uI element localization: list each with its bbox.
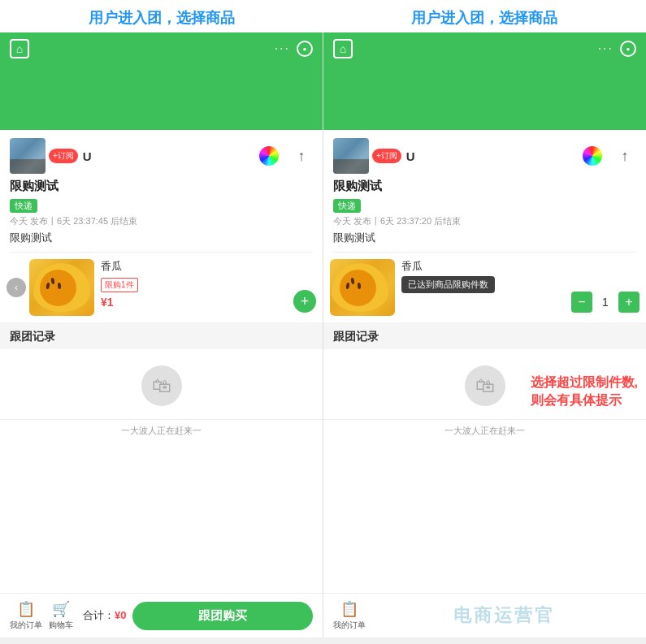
home-icon-right[interactable]: [333, 39, 353, 58]
status-bar-left: ···: [0, 32, 323, 65]
subscribe-btn-right[interactable]: +订阅: [372, 149, 401, 163]
phone-left: ··· +订阅 U ↑: [0, 32, 323, 638]
hero-banner-right: [323, 65, 646, 130]
add-btn-left[interactable]: +: [293, 290, 316, 313]
phone-right: ··· +订阅 U ↑: [323, 32, 646, 638]
order-label-right: 我的订单: [333, 620, 366, 631]
product-image-left: [29, 259, 94, 316]
limit-badge-left: 限购1件: [101, 278, 138, 292]
shop-desc-right: 限购测试: [323, 231, 646, 252]
subscribe-btn-left[interactable]: +订阅: [49, 149, 78, 163]
limit-tooltip-right: 已达到商品限购件数: [401, 276, 495, 293]
total-text-left: 合计：¥0: [83, 608, 126, 623]
group-records-left: 🛍: [0, 349, 323, 414]
product-info-left: 香瓜 限购1件 ¥1: [101, 259, 293, 309]
product-info-right: 香瓜 已达到商品限购件数: [401, 259, 571, 296]
wave-text-right: 一大波人正在赶来一: [323, 419, 646, 442]
user-actions-left: ↑: [258, 145, 313, 167]
qty-plus-btn-right[interactable]: +: [618, 292, 639, 313]
order-icon-item-right[interactable]: 📋 我的订单: [333, 600, 366, 631]
group-records-label-left: 跟团记录: [0, 322, 323, 349]
status-bar-right: ···: [323, 32, 646, 65]
avatar-right: [333, 138, 369, 174]
status-dots-right: ···: [598, 41, 613, 56]
shop-tag-left: 快递: [10, 199, 37, 213]
qty-controls-right: − 1 +: [571, 292, 639, 313]
annotation-text: 选择超过限制件数, 则会有具体提示: [531, 374, 638, 410]
share-icon-right[interactable]: ↑: [613, 145, 636, 167]
user-section-right: +订阅 U ↑: [323, 130, 646, 179]
product-card-right: 香瓜 已达到商品限购件数: [330, 259, 571, 316]
status-dots-left: ···: [275, 41, 290, 56]
avatar-left: [10, 138, 46, 174]
cart-label-left: 购物车: [49, 620, 73, 631]
status-circle-left: [297, 41, 313, 57]
user-name-left: U: [83, 149, 92, 163]
bag-icon-right: 🛍: [465, 365, 505, 406]
share-icon-left[interactable]: ↑: [290, 145, 313, 167]
product-section-right: 香瓜 已达到商品限购件数 − 1 +: [323, 253, 646, 322]
cart-icon-item-left[interactable]: 🛒 购物车: [49, 600, 73, 631]
order-icon-item-left[interactable]: 📋 我的订单: [10, 600, 42, 631]
qty-value-right: 1: [599, 296, 612, 309]
color-wheel-icon-right[interactable]: [581, 145, 604, 167]
bottom-bar-left: 📋 我的订单 🛒 购物车 合计：¥0 跟团购买: [0, 593, 323, 638]
product-name-left: 香瓜: [101, 259, 293, 274]
watermark: 电商运营官: [453, 603, 555, 628]
product-image-right: [330, 259, 395, 316]
cart-icon-left: 🛒: [52, 600, 70, 618]
bottom-bar-right: 📋 我的订单 电商运营官: [323, 593, 646, 638]
hero-banner-left: [0, 65, 323, 130]
user-name-right: U: [406, 149, 415, 163]
prev-btn-left[interactable]: ‹: [7, 278, 26, 297]
order-icon-left: 📋: [17, 600, 35, 618]
status-circle-right: [620, 41, 636, 57]
group-buy-btn-left[interactable]: 跟团购买: [132, 602, 313, 630]
content-left: +订阅 U ↑ 限购测试 快递 今天 发布丨6天 23:37:45 后结束 限购…: [0, 130, 323, 593]
product-name-right: 香瓜: [401, 259, 571, 274]
order-icon-right: 📋: [340, 600, 358, 618]
shop-desc-left: 限购测试: [0, 231, 323, 252]
qty-minus-btn-right[interactable]: −: [571, 292, 592, 313]
color-wheel-icon-left[interactable]: [258, 145, 280, 167]
content-right: +订阅 U ↑ 限购测试 快递 今天 发布丨6天 23:37:20 后结束 限购…: [323, 130, 646, 593]
bag-icon-left: 🛍: [141, 365, 182, 406]
shop-title-left: 限购测试: [0, 179, 323, 197]
group-records-label-right: 跟团记录: [323, 322, 646, 349]
wave-text-left: 一大波人正在赶来一: [0, 419, 323, 442]
shop-tag-right: 快递: [333, 199, 361, 213]
shop-meta-right: 今天 发布丨6天 23:37:20 后结束: [323, 215, 646, 231]
product-section-left: ‹ 香瓜 限购1件 ¥1: [0, 253, 323, 322]
product-card-left: 香瓜 限购1件 ¥1: [29, 259, 293, 316]
shop-meta-left: 今天 发布丨6天 23:37:45 后结束: [0, 215, 323, 231]
product-price-left: ¥1: [101, 296, 293, 309]
shop-title-right: 限购测试: [323, 179, 646, 197]
top-label-left: 用户进入团，选择商品: [89, 8, 235, 28]
user-actions-right: ↑: [581, 145, 636, 167]
user-section-left: +订阅 U ↑: [0, 130, 323, 179]
top-label-right: 用户进入团，选择商品: [411, 8, 557, 28]
home-icon-left[interactable]: [10, 39, 29, 58]
order-label-left: 我的订单: [10, 620, 42, 631]
